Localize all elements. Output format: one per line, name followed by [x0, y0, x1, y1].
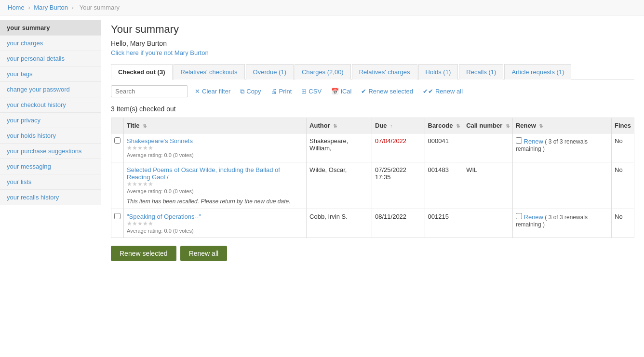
avg-rating-0: Average rating: 0.0 (0 votes)	[127, 152, 303, 158]
breadcrumb: Home › Mary Burton › Your summary	[0, 0, 644, 15]
sidebar-item-9[interactable]: your messaging	[0, 159, 101, 174]
renew-checkbox-2[interactable]	[516, 213, 522, 219]
row-author-1: Wilde, Oscar,	[307, 162, 372, 209]
sidebar-item-2[interactable]: your personal details	[0, 51, 101, 66]
row-checkbox-cell-2	[111, 209, 124, 238]
checkout-table: Title ⇅ Author ⇅ Due ↑ Barcode ⇅ Call nu…	[111, 118, 634, 238]
avg-rating-2: Average rating: 0.0 (0 votes)	[127, 228, 303, 234]
main-content: Your summary Hello, Mary Burton Click he…	[101, 15, 644, 353]
items-summary: 3 Item(s) checked out	[111, 105, 634, 113]
sidebar-item-7[interactable]: your holds history	[0, 128, 101, 144]
tab-5[interactable]: Holds (1)	[418, 64, 458, 79]
row-due-0: 07/04/2022	[372, 133, 425, 162]
renew-selected-button[interactable]: Renew selected	[111, 246, 176, 261]
clear-filter-button[interactable]: ✕ Clear filter	[192, 87, 233, 96]
row-fines-1: No	[612, 162, 634, 209]
sidebar-item-3[interactable]: your tags	[0, 66, 101, 82]
csv-button[interactable]: ⊞ CSV	[298, 87, 324, 96]
row-title-0: Shakespeare's Sonnets★★★★★Average rating…	[124, 133, 307, 162]
table-row: Shakespeare's Sonnets★★★★★Average rating…	[111, 133, 634, 162]
col-barcode: Barcode ⇅	[425, 118, 463, 133]
ical-button[interactable]: 📅 iCal	[328, 87, 354, 96]
copy-button[interactable]: ⧉ Copy	[237, 87, 264, 96]
breadcrumb-home[interactable]: Home	[8, 4, 25, 11]
title-link-0[interactable]: Shakespeare's Sonnets	[127, 137, 193, 145]
col-title: Title ⇅	[124, 118, 307, 133]
col-callnumber: Call number ⇅	[463, 118, 513, 133]
col-renew: Renew ⇅	[512, 118, 611, 133]
row-checkbox-cell-0	[111, 133, 124, 162]
toolbar: ✕ Clear filter ⧉ Copy 🖨 Print ⊞ CSV 📅 iC…	[111, 79, 634, 101]
tabs-container: Checked out (3)Relatives' checkoutsOverd…	[111, 64, 634, 79]
row-barcode-0: 000041	[425, 133, 463, 162]
sidebar-item-10[interactable]: your lists	[0, 174, 101, 190]
row-title-1: Selected Poems of Oscar Wilde, including…	[124, 162, 307, 209]
row-callnumber-0	[463, 133, 513, 162]
avg-rating-1: Average rating: 0.0 (0 votes)	[127, 188, 303, 194]
row-title-2: "Speaking of Operations--"★★★★★Average r…	[124, 209, 307, 238]
print-button[interactable]: 🖨 Print	[268, 87, 295, 96]
row-checkbox-2[interactable]	[114, 213, 121, 219]
sidebar-item-6[interactable]: your privacy	[0, 113, 101, 128]
col-fines: Fines	[612, 118, 634, 133]
row-barcode-2: 001215	[425, 209, 463, 238]
row-checkbox-cell-1	[111, 162, 124, 209]
row-renew-0: Renew ( 3 of 3 renewals remaining )	[512, 133, 611, 162]
row-fines-0: No	[612, 133, 634, 162]
bottom-buttons: Renew selected Renew all	[111, 238, 634, 265]
page-title: Your summary	[111, 23, 634, 36]
row-renew-1	[512, 162, 611, 209]
row-callnumber-2	[463, 209, 513, 238]
stars-0: ★★★★★	[127, 145, 303, 151]
row-checkbox-0[interactable]	[114, 137, 121, 144]
col-select	[111, 118, 124, 133]
tab-0[interactable]: Checked out (3)	[111, 64, 173, 79]
sidebar-item-5[interactable]: your checkout history	[0, 97, 101, 113]
col-due: Due ↑	[372, 118, 425, 133]
tab-3[interactable]: Charges (2,00)	[295, 64, 351, 79]
tab-7[interactable]: Article requests (1)	[504, 64, 571, 79]
table-row: "Speaking of Operations--"★★★★★Average r…	[111, 209, 634, 238]
sidebar-item-1[interactable]: your charges	[0, 36, 101, 51]
sidebar-item-11[interactable]: your recalls history	[0, 190, 101, 205]
greeting-text: Hello, Mary Burton	[111, 40, 634, 47]
renew-all-toolbar-button[interactable]: ✔✔ Renew all	[420, 87, 466, 96]
row-due-1: 07/25/2022 17:35	[372, 162, 425, 209]
recall-notice-1: This item has been recalled. Please retu…	[127, 198, 303, 205]
title-link-2[interactable]: "Speaking of Operations--"	[127, 213, 201, 220]
sidebar-item-8[interactable]: your purchase suggestions	[0, 144, 101, 159]
tab-4[interactable]: Relatives' charges	[352, 64, 417, 79]
stars-2: ★★★★★	[127, 220, 303, 227]
search-input[interactable]	[111, 85, 188, 97]
table-header: Title ⇅ Author ⇅ Due ↑ Barcode ⇅ Call nu…	[111, 118, 634, 133]
row-due-2: 08/11/2022	[372, 209, 425, 238]
breadcrumb-user[interactable]: Mary Burton	[34, 4, 68, 11]
row-callnumber-1: WIL	[463, 162, 513, 209]
renew-link-2[interactable]: Renew	[524, 213, 543, 221]
breadcrumb-current: Your summary	[80, 4, 120, 11]
row-renew-2: Renew ( 3 of 3 renewals remaining )	[512, 209, 611, 238]
row-author-2: Cobb, Irvin S.	[307, 209, 372, 238]
table-body: Shakespeare's Sonnets★★★★★Average rating…	[111, 133, 634, 238]
row-fines-2: No	[612, 209, 634, 238]
sidebar: your summaryyour chargesyour personal de…	[0, 15, 101, 353]
table-row: Selected Poems of Oscar Wilde, including…	[111, 162, 634, 209]
row-barcode-1: 001483	[425, 162, 463, 209]
stars-1: ★★★★★	[127, 181, 303, 187]
renew-checkbox-0[interactable]	[516, 137, 522, 144]
title-link-1[interactable]: Selected Poems of Oscar Wilde, including…	[127, 166, 280, 181]
not-you-link[interactable]: Click here if you're not Mary Burton	[111, 49, 209, 56]
row-author-0: Shakespeare, William,	[307, 133, 372, 162]
tab-6[interactable]: Recalls (1)	[459, 64, 503, 79]
tab-1[interactable]: Relatives' checkouts	[174, 64, 245, 79]
renew-selected-toolbar-button[interactable]: ✔ Renew selected	[358, 87, 416, 96]
col-author: Author ⇅	[307, 118, 372, 133]
sidebar-item-4[interactable]: change your password	[0, 82, 101, 97]
renew-all-button[interactable]: Renew all	[180, 246, 227, 261]
renew-link-0[interactable]: Renew	[524, 138, 543, 145]
sidebar-item-0[interactable]: your summary	[0, 20, 101, 36]
tab-2[interactable]: Overdue (1)	[246, 64, 294, 79]
